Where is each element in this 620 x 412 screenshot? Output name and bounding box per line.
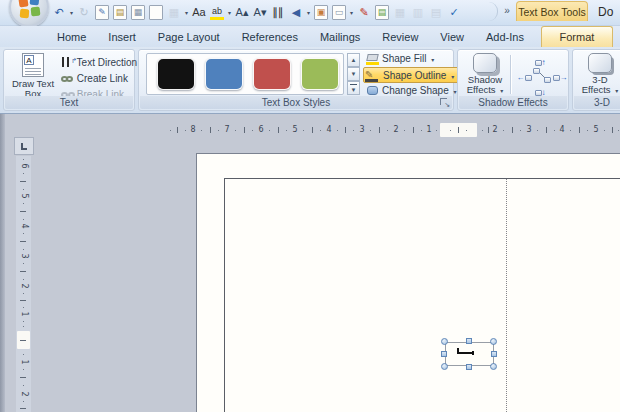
text-direction-button[interactable]: Text Direction: [60, 55, 134, 70]
tab-stop-selector[interactable]: [14, 137, 34, 155]
undo-icon[interactable]: ↶: [52, 4, 66, 20]
textbox-handle-top[interactable]: [466, 338, 472, 344]
highlight-icon[interactable]: ab: [210, 5, 224, 20]
office-button[interactable]: [9, 0, 49, 27]
grow-font-icon[interactable]: A▴: [235, 4, 249, 20]
textbox-handle-right[interactable]: [491, 351, 497, 357]
ruler-num: 2: [490, 122, 500, 138]
ruler-num: 4: [324, 122, 334, 138]
ruler-dot: [337, 130, 338, 131]
ruler-tick: [458, 127, 459, 133]
table-border-top: [224, 178, 620, 179]
ruler-dot: [269, 130, 270, 131]
textbox-handle-top-left[interactable]: [441, 338, 448, 345]
picture-icon[interactable]: ▣: [314, 5, 328, 20]
window-left-edge: [0, 114, 5, 412]
shrink-font-icon[interactable]: A▾: [253, 4, 267, 20]
new-document-icon[interactable]: [149, 5, 163, 20]
ruler-dot: [604, 130, 605, 131]
tab-review[interactable]: Review: [371, 27, 429, 48]
highlight-icon-dropdown[interactable]: ▾: [226, 9, 233, 16]
tab-add-ins[interactable]: Add-Ins: [475, 27, 535, 48]
shape-fill-button[interactable]: Shape Fill: [365, 51, 453, 67]
ruler-dot: [421, 130, 422, 131]
create-link-button[interactable]: Create Link: [60, 71, 134, 86]
shape-arrow-icon-dropdown[interactable]: ▾: [305, 9, 312, 16]
style-swatch-red[interactable]: [253, 58, 291, 90]
style-swatch-blue[interactable]: [205, 58, 243, 90]
text-boundary-vertical: [506, 179, 507, 412]
table-icon-dropdown[interactable]: ▾: [183, 9, 190, 16]
distribute-icon[interactable]: ∥∥: [271, 4, 285, 20]
page: [196, 153, 620, 412]
selected-text-box[interactable]: [445, 342, 494, 366]
shape-fill-icon: [366, 53, 380, 65]
tab-page-layout[interactable]: Page Layout: [147, 27, 231, 48]
gallery-more-button[interactable]: ▼: [347, 81, 360, 95]
ruler-tick: [312, 127, 313, 133]
tab-view[interactable]: View: [429, 27, 475, 48]
ruler-dot: [436, 130, 437, 131]
ruler-num: 2: [19, 281, 29, 292]
nudge-shadow-right-button[interactable]: →: [550, 68, 570, 83]
textbox-handle-left[interactable]: [441, 351, 447, 357]
dialog-launcher-icon[interactable]: [440, 98, 450, 108]
ruler-tick: [20, 211, 26, 212]
textbox-handle-top-right[interactable]: [490, 338, 497, 345]
group-shadow-effects: Shadow Effects ↑ ← → ↓ Shadow Effects: [457, 49, 569, 111]
repeat-icon[interactable]: ↻: [77, 4, 91, 20]
ruler-dot: [23, 321, 24, 322]
ruler-tick: [488, 127, 489, 133]
tab-references[interactable]: References: [231, 27, 309, 48]
table-icon[interactable]: ▦: [167, 4, 181, 20]
shadow-on-off-button[interactable]: [532, 68, 552, 83]
ruler-dot: [482, 130, 483, 131]
insert-columns-icon[interactable]: ▥: [411, 4, 425, 20]
gallery-scroll-up-button[interactable]: ▲: [347, 53, 360, 67]
horizontal-ruler: 876543212345: [0, 122, 620, 138]
style-swatch-green[interactable]: [301, 58, 339, 90]
change-case-icon[interactable]: Aa: [192, 4, 206, 20]
text-frame-icon-dropdown[interactable]: ▾: [348, 9, 355, 16]
group-label-3d: 3-D: [574, 96, 620, 109]
tab-format[interactable]: Format: [541, 26, 613, 47]
ruler-tick: [20, 300, 26, 301]
shape-arrow-icon[interactable]: ◀: [289, 4, 303, 20]
red-pen-icon[interactable]: ✎: [357, 4, 371, 20]
tab-mailings[interactable]: Mailings: [309, 27, 371, 48]
ruler-num: 4: [19, 221, 29, 232]
qat-overflow-button[interactable]: »: [500, 4, 514, 20]
group-3d-effects: 3-D Effects 3-D: [572, 49, 620, 111]
ruler-tick: [244, 127, 245, 133]
print-preview-icon[interactable]: ▤: [113, 5, 127, 20]
tab-insert[interactable]: Insert: [97, 27, 147, 48]
document-icon[interactable]: ▤: [429, 4, 443, 20]
spelling-check-icon[interactable]: ✓: [447, 4, 461, 20]
style-swatch-black[interactable]: [157, 58, 195, 90]
ruler-dot: [235, 130, 236, 131]
tab-home[interactable]: Home: [46, 27, 97, 48]
ruler-num: 3: [524, 122, 534, 138]
group-label-text: Text: [5, 96, 133, 109]
ruler-tick: [413, 127, 414, 133]
ruler-dot: [218, 130, 219, 131]
textbox-handle-bottom-left[interactable]: [441, 363, 448, 370]
text-frame-icon[interactable]: ▭: [332, 5, 346, 20]
shadow-effects-button[interactable]: Shadow Effects: [462, 52, 508, 98]
undo-icon-dropdown[interactable]: ▾: [68, 9, 75, 16]
ruler-dot: [23, 173, 24, 174]
notes-icon[interactable]: ▤: [375, 5, 389, 20]
ruler-tick: [345, 127, 346, 133]
3d-effects-button[interactable]: 3-D Effects: [577, 52, 620, 98]
gallery-scroll-down-button[interactable]: ▼: [347, 67, 360, 81]
nudge-shadow-left-button[interactable]: ←: [514, 68, 534, 83]
textbox-handle-bottom-right[interactable]: [490, 363, 497, 370]
nudge-shadow-up-button[interactable]: ↑: [530, 53, 550, 68]
print-icon[interactable]: ▦: [131, 5, 145, 20]
edit-document-icon[interactable]: ✎: [95, 5, 109, 20]
insert-rows-icon[interactable]: ▦: [393, 4, 407, 20]
draw-text-box-button[interactable]: A Draw Text Box: [10, 52, 56, 98]
ruler-dot: [554, 130, 555, 131]
textbox-handle-bottom[interactable]: [466, 364, 472, 370]
shape-outline-button[interactable]: ✎ Shape Outline: [363, 67, 459, 83]
